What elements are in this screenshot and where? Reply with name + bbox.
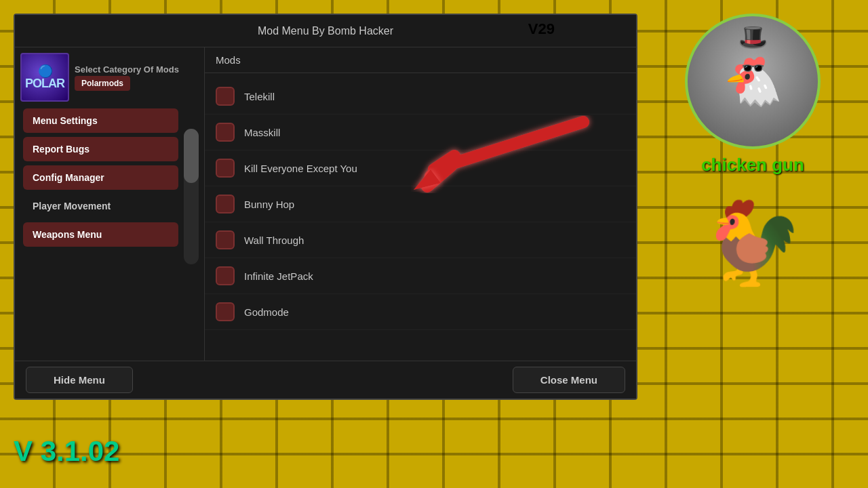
hide-menu-button[interactable]: Hide Menu — [26, 367, 133, 393]
mod-item-telekill[interactable]: Telekill — [205, 79, 636, 115]
logo-circle: 🔵POLAR — [20, 53, 69, 102]
mod-label-godmode: Godmode — [244, 306, 289, 318]
modal-header: Mod Menu By Bomb Hacker V29 — [15, 15, 636, 47]
mod-item-bunny-hop[interactable]: Bunny Hop — [205, 186, 636, 222]
mod-toggle-kill-everyone[interactable] — [216, 159, 235, 178]
mod-toggle-godmode[interactable] — [216, 302, 235, 321]
mod-label-telekill: Telekill — [244, 91, 275, 102]
version-label: V 3.1.02 — [14, 435, 119, 468]
mod-toggle-bunny-hop[interactable] — [216, 195, 235, 214]
hat-icon: 🎩 — [738, 23, 768, 52]
mod-label-kill-everyone: Kill Everyone Except You — [244, 163, 357, 174]
standing-chicken-icon: 🐓 — [702, 196, 804, 291]
mod-item-kill-everyone[interactable]: Kill Everyone Except You — [205, 150, 636, 186]
mod-label-wall-through: Wall Through — [244, 235, 304, 246]
mod-toggle-wall-through[interactable] — [216, 230, 235, 249]
sidebar-item-report-bugs[interactable]: Report Bugs — [23, 137, 178, 161]
mod-item-wall-through[interactable]: Wall Through — [205, 222, 636, 258]
sidebar-item-weapons-menu[interactable]: Weapons Menu — [23, 222, 178, 247]
mod-item-masskill[interactable]: Masskill — [205, 115, 636, 150]
chicken-portrait: 🐔 🎩 🕶️ — [685, 14, 821, 149]
sidebar-item-menu-settings[interactable]: Menu Settings — [23, 108, 178, 133]
right-side-decoration: 🐔 🎩 🕶️ chicken gun 🐓 — [637, 0, 868, 488]
scroll-thumb — [184, 129, 199, 183]
sidebar: 🔵POLAR Select Category Of Mods Polarmods… — [15, 47, 205, 361]
mod-menu-modal: Mod Menu By Bomb Hacker V29 🔵POLAR Selec… — [14, 14, 637, 400]
sidebar-header: 🔵POLAR Select Category Of Mods Polarmods — [20, 53, 199, 102]
mod-item-infinite-jetpack[interactable]: Infinite JetPack — [205, 258, 636, 294]
modal-footer: Hide Menu Close Menu — [15, 361, 636, 399]
mod-toggle-masskill[interactable] — [216, 123, 235, 142]
mods-panel: Mods Telekill Masskill Kill Everyone Exc… — [205, 47, 636, 361]
modal-version: V29 — [528, 20, 555, 38]
mod-label-bunny-hop: Bunny Hop — [244, 199, 294, 210]
glasses-icon: 🕶️ — [741, 57, 765, 79]
mods-list: Telekill Masskill Kill Everyone Except Y… — [205, 73, 636, 361]
modal-body: 🔵POLAR Select Category Of Mods Polarmods… — [15, 47, 636, 361]
scroll-indicator[interactable] — [184, 129, 199, 264]
close-menu-button[interactable]: Close Menu — [513, 367, 625, 393]
sidebar-header-right: Select Category Of Mods Polarmods — [75, 64, 179, 91]
mods-header: Mods — [205, 47, 636, 73]
sidebar-item-config-manager[interactable]: Config Manager — [23, 165, 178, 190]
mod-toggle-telekill[interactable] — [216, 87, 235, 106]
mod-toggle-infinite-jetpack[interactable] — [216, 266, 235, 285]
chicken-gun-label: chicken gun — [701, 155, 804, 176]
polarmods-label: Polarmods — [75, 76, 130, 91]
mod-item-godmode[interactable]: Godmode — [205, 294, 636, 330]
sidebar-category-label: Select Category Of Mods — [75, 64, 179, 75]
mod-label-infinite-jetpack: Infinite JetPack — [244, 270, 313, 282]
mod-label-masskill: Masskill — [244, 127, 280, 138]
logo-text: 🔵POLAR — [25, 65, 64, 89]
sidebar-item-player-movement[interactable]: Player Movement — [23, 194, 199, 218]
modal-title: Mod Menu By Bomb Hacker — [258, 25, 393, 37]
